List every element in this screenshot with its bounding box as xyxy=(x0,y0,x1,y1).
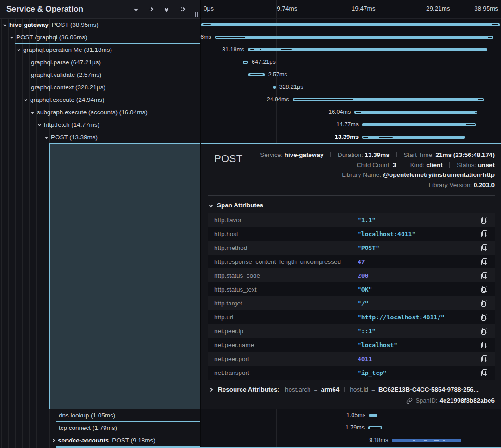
resource-attributes-title: Resource Attributes: xyxy=(218,386,279,393)
divider xyxy=(449,162,450,168)
meta-value: 3 xyxy=(393,162,396,168)
timeline-row[interactable]: 647.21μs xyxy=(201,56,501,68)
attribute-row[interactable]: http.target "/" xyxy=(208,296,495,310)
axis-tick: 19.47ms xyxy=(352,5,376,12)
span-attributes-toggle[interactable]: Span Attributes xyxy=(210,202,495,209)
attribute-row[interactable]: net.peer.port 4011 xyxy=(208,352,495,366)
resource-attributes-toggle[interactable]: Resource Attributes: host.arch = arm64 h… xyxy=(210,386,495,393)
bar-mark xyxy=(413,440,415,441)
span-bar[interactable] xyxy=(369,414,377,417)
copy-icon[interactable] xyxy=(481,286,487,293)
copy-icon[interactable] xyxy=(481,342,487,348)
expand-all-icon[interactable] xyxy=(180,8,185,11)
bar-mark xyxy=(356,112,361,113)
meta-label: Child Count: xyxy=(357,162,391,168)
timeline-row[interactable]: 2.57ms xyxy=(201,68,501,81)
bar-mark xyxy=(250,49,254,50)
bar-mark xyxy=(363,137,368,138)
copy-icon[interactable] xyxy=(481,369,487,376)
tree-row[interactable]: graphql.parse (647.21μs) xyxy=(0,56,200,68)
span-bar[interactable] xyxy=(273,86,276,89)
tree-row[interactable]: subgraph.execute (accounts) (16.04ms) xyxy=(0,106,200,118)
span-bar[interactable] xyxy=(201,23,500,26)
span-bar[interactable] xyxy=(362,123,476,126)
timeline-row-selected[interactable]: 13.39ms xyxy=(201,131,501,143)
expander-icon[interactable] xyxy=(38,123,41,126)
expander-icon[interactable] xyxy=(52,439,55,442)
span-bar[interactable] xyxy=(354,111,477,114)
duration-label: 31.18ms xyxy=(222,46,244,53)
expander-icon[interactable] xyxy=(45,136,48,139)
timeline-row[interactable]: 14.77ms xyxy=(201,118,501,131)
column-resizer-handle[interactable] xyxy=(195,12,198,17)
collapse-all-icon[interactable] xyxy=(165,7,168,11)
copy-icon[interactable] xyxy=(481,217,487,224)
timeline-row[interactable]: 1.79ms xyxy=(201,422,501,434)
attribute-value: "::1" xyxy=(358,328,376,335)
attribute-value: 200 xyxy=(358,272,368,279)
tree-row[interactable]: graphql.execute (24.94ms) xyxy=(0,93,200,106)
expander-icon[interactable] xyxy=(10,36,13,39)
attribute-row[interactable]: net.peer.ip "::1" xyxy=(208,324,495,338)
timeline-row[interactable]: 9.18ms xyxy=(201,434,501,447)
timeline-row[interactable]: 328.21μs xyxy=(201,81,501,93)
span-bar[interactable] xyxy=(392,439,461,442)
expander-icon[interactable] xyxy=(31,111,34,114)
copy-icon[interactable] xyxy=(481,258,487,265)
timeline-row[interactable]: 6ms xyxy=(201,31,501,44)
chevron-right-icon xyxy=(210,387,213,391)
copy-icon[interactable] xyxy=(481,314,487,321)
tree-row[interactable]: graphql.context (328.21μs) xyxy=(0,81,200,93)
divider xyxy=(396,152,397,157)
span-bar[interactable] xyxy=(362,136,465,139)
attribute-row[interactable]: http.status_text "OK" xyxy=(208,282,495,296)
timeline-row[interactable]: 16.04ms xyxy=(201,106,501,118)
span-label: http.fetch (14.77ms) xyxy=(44,121,99,128)
meta-label: Service: xyxy=(260,151,283,158)
tree-row[interactable]: tcp.connect (1.79ms) xyxy=(0,422,200,434)
timeline-ruler[interactable]: 0μs 9.74ms 19.47ms 29.21ms 38.95ms xyxy=(201,0,501,19)
timeline-row[interactable]: 1.05ms xyxy=(201,409,501,422)
copy-icon[interactable] xyxy=(481,328,487,335)
expander-icon[interactable] xyxy=(17,48,20,51)
tree-row[interactable]: http.fetch (14.77ms) xyxy=(0,118,200,131)
timeline-row[interactable]: 24.94ms xyxy=(201,93,501,106)
copy-icon[interactable] xyxy=(481,300,487,307)
duration-label: 16.04ms xyxy=(328,109,351,115)
attribute-row[interactable]: http.host "localhost:4011" xyxy=(208,227,495,241)
tree-row[interactable]: graphql.validate (2.57ms) xyxy=(0,68,200,81)
resource-key: host.arch xyxy=(285,386,311,393)
attribute-row[interactable]: http.flavor "1.1" xyxy=(208,213,495,227)
expander-icon[interactable] xyxy=(3,23,6,26)
attribute-row[interactable]: net.transport "ip_tcp" xyxy=(208,366,495,380)
link-icon[interactable] xyxy=(406,398,413,404)
tree-row[interactable]: POST /graphql (36.06ms) xyxy=(0,31,200,44)
copy-icon[interactable] xyxy=(481,244,487,251)
tree-row[interactable]: dns.lookup (1.05ms) xyxy=(0,409,200,422)
tree-row[interactable]: graphql.operation Me (31.18ms) xyxy=(0,44,200,56)
attribute-row[interactable]: http.status_code 200 xyxy=(208,268,495,282)
tree-row[interactable]: hive-gateway POST (38.95ms) xyxy=(0,19,200,31)
tree-row[interactable]: service-accounts POST (9.18ms) xyxy=(0,434,200,447)
meta-label: Status: xyxy=(457,162,476,168)
timeline-row[interactable] xyxy=(201,19,501,31)
attribute-row[interactable]: http.response_content_length_uncompresse… xyxy=(208,255,495,268)
copy-icon[interactable] xyxy=(481,230,487,237)
copy-icon[interactable] xyxy=(481,355,487,362)
duration-label: 14.77ms xyxy=(336,121,359,128)
meta-label: Library Name: xyxy=(342,171,381,178)
chevron-down-icon[interactable] xyxy=(134,7,138,11)
chevron-right-icon[interactable] xyxy=(149,7,153,11)
span-label: POST (9.18ms) xyxy=(112,437,155,444)
copy-icon[interactable] xyxy=(481,272,487,279)
tree-row-selected[interactable]: POST (13.39ms) xyxy=(0,131,200,143)
attribute-key: net.peer.ip xyxy=(214,328,358,335)
bar-mark xyxy=(244,62,247,63)
expander-icon[interactable] xyxy=(24,98,27,101)
attribute-row[interactable]: http.url "http://localhost:4011/" xyxy=(208,310,495,324)
bar-mark xyxy=(281,49,292,50)
attribute-row[interactable]: http.method "POST" xyxy=(208,241,495,255)
timeline-row[interactable]: 31.18ms xyxy=(201,44,501,56)
span-bar[interactable] xyxy=(215,36,493,39)
attribute-row[interactable]: net.peer.name "localhost" xyxy=(208,338,495,352)
